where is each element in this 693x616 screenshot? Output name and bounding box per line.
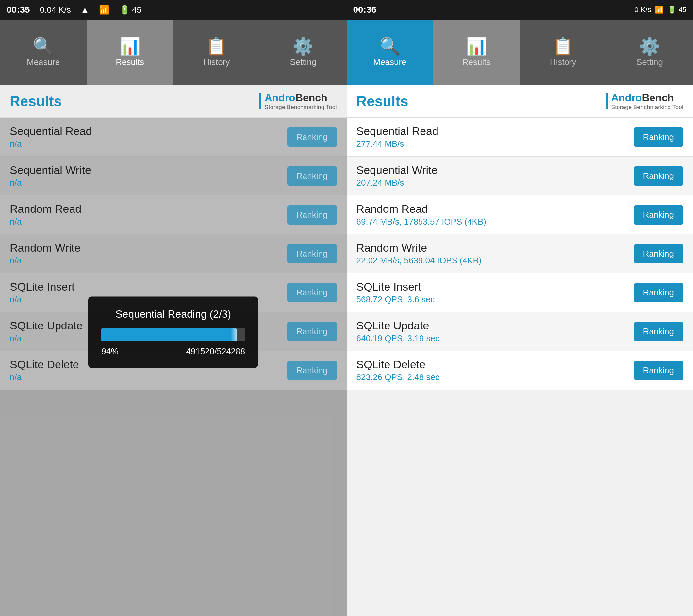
right-results-label: Results [462, 57, 491, 67]
history-icon: 📋 [206, 38, 227, 55]
left-result-info-3: Random Read n/a [10, 203, 81, 227]
left-ranking-btn-1[interactable]: Ranking [287, 127, 337, 147]
status-bar-right: 00:36 0 K/s 📶 🔋 45 [346, 4, 693, 15]
right-result-row-7: SQLite Delete 823.26 QPS, 2.48 sec Ranki… [346, 351, 693, 390]
status-bar-left: 00:35 0.04 K/s ▲ 📶 🔋 45 [0, 4, 346, 15]
right-tab-history[interactable]: 📋 History [520, 20, 607, 85]
left-result-name-2: Sequential Write [10, 164, 91, 177]
right-result-row-5: SQLite Insert 568.72 QPS, 3.6 sec Rankin… [346, 273, 693, 312]
left-history-label: History [203, 57, 230, 67]
left-ranking-btn-2[interactable]: Ranking [287, 166, 337, 186]
battery-left: 🔋 45 [119, 5, 141, 15]
right-ranking-btn-5[interactable]: Ranking [634, 283, 683, 302]
right-status-icons: 0 K/s 📶 🔋 45 [634, 5, 687, 14]
right-result-row-2: Sequential Write 207.24 MB/s Ranking [346, 157, 693, 195]
measure-icon: 🔍 [33, 38, 54, 55]
right-battery-icon: 🔋 45 [668, 5, 687, 14]
status-bar: 00:35 0.04 K/s ▲ 📶 🔋 45 00:36 0 K/s 📶 🔋 … [0, 0, 693, 20]
right-result-name-3: Random Read [356, 203, 486, 215]
right-result-row-1: Sequential Read 277.44 MB/s Ranking [346, 118, 693, 157]
left-logo-sub: Storage Benchmarking Tool [265, 104, 337, 111]
right-results-list: Sequential Read 277.44 MB/s Ranking Sequ… [346, 118, 693, 616]
right-measure-label: Measure [373, 57, 406, 67]
left-logo-main: AndroBench [265, 92, 337, 104]
right-tab-results[interactable]: 📊 Results [433, 20, 520, 85]
right-result-info-6: SQLite Update 640.19 QPS, 3.19 sec [356, 319, 439, 343]
right-logo-text: AndroBench Storage Benchmarking Tool [611, 92, 683, 111]
right-results-icon: 📊 [466, 38, 487, 55]
left-result-value-4: n/a [10, 256, 81, 266]
right-result-info-2: Sequential Write 207.24 MB/s [356, 164, 438, 188]
right-content-area: Results AndroBench Storage Benchmarking … [346, 85, 693, 616]
left-tab-setting[interactable]: ⚙️ Setting [260, 20, 346, 85]
right-logo: AndroBench Storage Benchmarking Tool [606, 92, 683, 111]
right-result-value-3: 69.74 MB/s, 17853.57 IOPS (4KB) [356, 217, 486, 227]
progress-stats: 94% 491520/524288 [101, 346, 245, 356]
right-ranking-btn-7[interactable]: Ranking [634, 361, 683, 380]
logo-bar-left [259, 93, 261, 110]
left-result-row-4: Random Write n/a Ranking [0, 234, 346, 273]
left-logo-text: AndroBench Storage Benchmarking Tool [265, 92, 337, 111]
wifi-icon: ▲ [81, 5, 89, 15]
left-result-name-4: Random Write [10, 241, 81, 254]
left-result-name-3: Random Read [10, 203, 81, 215]
right-result-value-4: 22.02 MB/s, 5639.04 IOPS (4KB) [356, 256, 481, 266]
left-content-header: Results AndroBench Storage Benchmarking … [0, 85, 346, 118]
right-ranking-btn-2[interactable]: Ranking [634, 166, 683, 186]
right-result-name-5: SQLite Insert [356, 280, 435, 293]
left-result-info-6: SQLite Update n/a [10, 319, 83, 343]
left-result-value-5: n/a [10, 294, 75, 304]
logo-bar-right [606, 93, 608, 110]
right-content-title: Results [356, 93, 409, 110]
left-tab-bar: 🔍 Measure 📊 Results 📋 History ⚙️ Setting [0, 20, 346, 85]
right-history-icon: 📋 [553, 38, 574, 55]
left-result-name-6: SQLite Update [10, 319, 83, 332]
left-speed: 0.04 K/s [40, 5, 71, 15]
left-logo: AndroBench Storage Benchmarking Tool [259, 92, 337, 111]
left-ranking-btn-4[interactable]: Ranking [287, 244, 337, 263]
left-setting-label: Setting [290, 57, 316, 67]
left-panel: 🔍 Measure 📊 Results 📋 History ⚙️ Setting… [0, 20, 346, 616]
right-result-row-4: Random Write 22.02 MB/s, 5639.04 IOPS (4… [346, 234, 693, 273]
right-result-value-5: 568.72 QPS, 3.6 sec [356, 294, 435, 304]
left-tab-results[interactable]: 📊 Results [86, 20, 173, 85]
right-result-row-3: Random Read 69.74 MB/s, 17853.57 IOPS (4… [346, 195, 693, 234]
left-tab-measure[interactable]: 🔍 Measure [0, 20, 86, 85]
right-content-header: Results AndroBench Storage Benchmarking … [346, 85, 693, 118]
left-result-value-6: n/a [10, 333, 83, 343]
right-logo-sub: Storage Benchmarking Tool [611, 104, 683, 111]
right-history-label: History [550, 57, 576, 67]
right-tab-measure[interactable]: 🔍 Measure [346, 20, 433, 85]
left-result-row-1: Sequential Read n/a Ranking [0, 118, 346, 157]
left-ranking-btn-7[interactable]: Ranking [287, 361, 337, 380]
right-ranking-btn-6[interactable]: Ranking [634, 322, 683, 341]
right-result-info-7: SQLite Delete 823.26 QPS, 2.48 sec [356, 358, 439, 382]
left-result-name-5: SQLite Insert [10, 280, 75, 293]
right-ranking-btn-3[interactable]: Ranking [634, 205, 683, 224]
right-setting-label: Setting [636, 57, 663, 67]
results-icon: 📊 [119, 38, 140, 55]
right-result-row-6: SQLite Update 640.19 QPS, 3.19 sec Ranki… [346, 312, 693, 351]
left-content-title: Results [10, 93, 62, 110]
setting-icon: ⚙️ [293, 38, 314, 55]
main-container: 🔍 Measure 📊 Results 📋 History ⚙️ Setting… [0, 20, 693, 616]
right-result-name-2: Sequential Write [356, 164, 438, 177]
left-result-name-7: SQLite Delete [10, 358, 79, 371]
right-wifi-icon: 📶 [655, 5, 664, 14]
left-result-name-1: Sequential Read [10, 125, 92, 138]
signal-icon: 📶 [99, 5, 110, 15]
left-ranking-btn-3[interactable]: Ranking [287, 205, 337, 224]
left-tab-history[interactable]: 📋 History [173, 20, 260, 85]
left-ranking-btn-5[interactable]: Ranking [287, 283, 337, 302]
right-ranking-btn-4[interactable]: Ranking [634, 244, 683, 263]
right-tab-setting[interactable]: ⚙️ Setting [607, 20, 693, 85]
left-ranking-btn-6[interactable]: Ranking [287, 322, 337, 341]
right-result-name-7: SQLite Delete [356, 358, 439, 371]
left-measure-label: Measure [27, 57, 60, 67]
right-time: 00:36 [353, 4, 377, 15]
left-result-value-7: n/a [10, 372, 79, 382]
right-ranking-btn-1[interactable]: Ranking [634, 127, 683, 147]
progress-overlay: Sequential Reading (2/3) 94% 491520/5242… [88, 296, 258, 367]
left-result-info-2: Sequential Write n/a [10, 164, 91, 188]
progress-title: Sequential Reading (2/3) [101, 308, 245, 320]
